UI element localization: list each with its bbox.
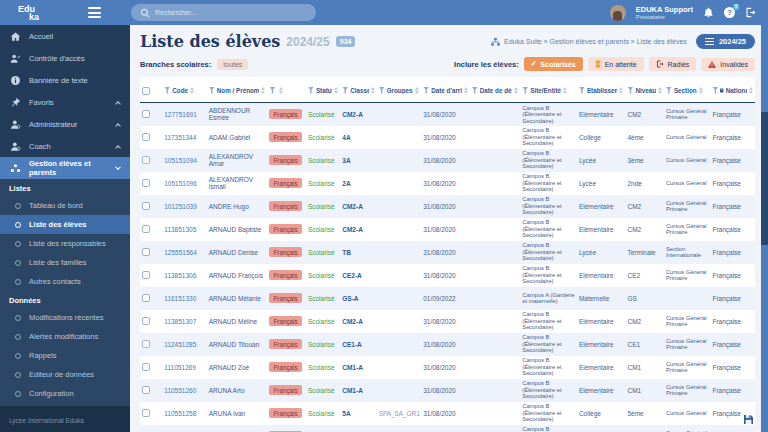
row-checkbox[interactable]	[142, 386, 150, 394]
select-all-checkbox[interactable]	[142, 87, 150, 95]
row-checkbox[interactable]	[142, 110, 150, 118]
table-row[interactable]: 105151094ALEXANDROV AmarFrançaisScolaris…	[140, 149, 755, 172]
column-header-12[interactable]: Nationalité 1	[710, 77, 755, 103]
sidebar-subitem[interactable]: Configuration	[0, 384, 130, 403]
filter-radies[interactable]: Radiés	[649, 57, 697, 71]
filter-scolarises[interactable]: ✓ Scolarisés	[524, 57, 583, 71]
row-checkbox[interactable]	[142, 340, 150, 348]
table-row[interactable]: 113851306ARNAUD FrançoisFrançaisScolaris…	[140, 264, 755, 287]
sidebar-item-banniere[interactable]: Bannière de texte	[0, 69, 130, 91]
sort-icon[interactable]	[279, 87, 283, 94]
search-input[interactable]	[155, 9, 307, 16]
row-checkbox[interactable]	[142, 202, 150, 210]
sidebar-subitem[interactable]: Tableau de bord	[0, 196, 130, 215]
avatar[interactable]	[610, 5, 626, 21]
breadcrumb[interactable]: Eduka Suite » Gestion élèves et parents …	[491, 38, 687, 46]
column-header-7[interactable]: Date de départ	[470, 77, 521, 103]
row-checkbox[interactable]	[142, 179, 150, 187]
column-header-3[interactable]: Statut	[306, 77, 340, 103]
filter-en-attente[interactable]: En attente	[588, 57, 644, 71]
filter-funnel-icon[interactable]	[423, 87, 429, 94]
row-checkbox[interactable]	[142, 294, 150, 302]
sort-icon[interactable]	[261, 87, 265, 94]
sort-icon[interactable]	[699, 87, 703, 94]
sidebar-subitem[interactable]: Alertes modifications	[0, 327, 130, 346]
row-checkbox[interactable]	[142, 248, 150, 256]
column-header-0[interactable]: Code	[162, 77, 207, 103]
sort-icon[interactable]	[658, 87, 662, 94]
sidebar-item-controle-acces[interactable]: Contrôle d'accès	[0, 47, 130, 69]
row-checkbox[interactable]	[142, 271, 150, 279]
table-row[interactable]: 101251039ANDRE HugoFrançaisScolariséCM2-…	[140, 195, 755, 218]
filter-funnel-icon[interactable]	[666, 87, 672, 94]
row-checkbox[interactable]	[142, 317, 150, 325]
filter-funnel-icon[interactable]	[269, 87, 275, 94]
sidebar-item-coach[interactable]: Coach	[0, 135, 130, 157]
table-row[interactable]: 117351344ADAM GabrielFrançaisScolarisé4A…	[140, 126, 755, 149]
sidebar-item-administrateur[interactable]: Administrateur	[0, 113, 130, 135]
sort-icon[interactable]	[563, 87, 567, 94]
sidebar-item-accueil[interactable]: Accueil	[0, 25, 130, 47]
sidebar-subitem[interactable]: Liste des responsables	[0, 234, 130, 253]
sort-icon[interactable]	[190, 87, 194, 94]
sort-icon[interactable]	[415, 87, 419, 94]
sidebar-subitem[interactable]: Autres contacts	[0, 272, 130, 291]
filter-funnel-icon[interactable]	[164, 87, 170, 94]
column-header-4[interactable]: Classe	[340, 77, 376, 103]
table-row[interactable]: 110551259ARUNA MonicaFrançaisScolariséCM…	[140, 425, 755, 432]
notifications-button[interactable]	[703, 4, 714, 22]
sidebar-item-favoris[interactable]: Favoris	[0, 91, 130, 113]
filter-funnel-icon[interactable]	[472, 87, 478, 94]
branches-chip[interactable]: toutes	[217, 59, 248, 70]
table-row[interactable]: 112451285ARNAUD TitouanFrançaisScolarisé…	[140, 333, 755, 356]
column-header-5[interactable]: Groupes	[377, 77, 422, 103]
vertical-scrollbar[interactable]	[761, 25, 768, 432]
sort-icon[interactable]	[371, 87, 375, 94]
row-checkbox[interactable]	[142, 225, 150, 233]
column-header-8[interactable]: Site/Entité	[520, 77, 577, 103]
eduka-logo[interactable]: Edu ka	[0, 5, 72, 21]
row-checkbox[interactable]	[142, 156, 150, 164]
school-year-button[interactable]: 2024/25	[696, 34, 755, 49]
filter-funnel-icon[interactable]	[579, 87, 585, 94]
table-row[interactable]: 113851307ARNAUD MélineFrançaisScolariséC…	[140, 310, 755, 333]
filter-funnel-icon[interactable]	[342, 87, 348, 94]
filter-funnel-icon[interactable]	[308, 87, 314, 94]
table-row[interactable]: 113851305ARNAUD BaptisteFrançaisScolaris…	[140, 218, 755, 241]
sidebar-subitem[interactable]: Modifications récentes	[0, 308, 130, 327]
save-layout-button[interactable]	[744, 410, 753, 428]
table-row[interactable]: 125551564ARNAUD DeniseFrançaisScolariséT…	[140, 241, 755, 264]
table-row[interactable]: 110551258ARUNA IvanFrançaisScolarisé5ASP…	[140, 402, 755, 425]
sidebar-item-gestion-eleves-parents[interactable]: Gestion élèves et parents	[0, 157, 130, 179]
filter-funnel-icon[interactable]	[712, 87, 718, 94]
sort-icon[interactable]	[334, 87, 338, 94]
sidebar-subitem[interactable]: Liste des familles	[0, 253, 130, 272]
column-header-6[interactable]: Date d'arrivée	[421, 77, 470, 103]
column-header-2[interactable]	[267, 77, 305, 103]
column-header-11[interactable]: Section	[664, 77, 711, 103]
sort-icon[interactable]	[749, 87, 753, 94]
row-checkbox[interactable]	[142, 363, 150, 371]
sidebar-subitem[interactable]: Liste des élèves	[0, 215, 130, 234]
scrollbar-thumb[interactable]	[761, 112, 768, 245]
table-row[interactable]: 110551260ARUNA ArtoFrançaisScolariséCM1-…	[140, 379, 755, 402]
filter-invalides[interactable]: Invalides	[701, 58, 755, 71]
table-row[interactable]: 116151330ARNAUD MélanieFrançaisScolarisé…	[140, 287, 755, 310]
filter-funnel-icon[interactable]	[522, 87, 528, 94]
menu-toggle-icon[interactable]	[88, 7, 101, 18]
sidebar-subitem[interactable]: Rappels	[0, 346, 130, 365]
search-bar[interactable]	[131, 4, 316, 21]
column-header-1[interactable]: Nom / Prénom	[207, 77, 268, 103]
column-header-10[interactable]: Niveau	[625, 77, 663, 103]
sort-icon[interactable]	[619, 87, 623, 94]
table-row[interactable]: 127751691ABDENNOUR EsméeFrançaisScolaris…	[140, 103, 755, 126]
filter-funnel-icon[interactable]	[209, 87, 215, 94]
filter-funnel-icon[interactable]	[379, 87, 385, 94]
row-checkbox[interactable]	[142, 133, 150, 141]
row-checkbox[interactable]	[142, 409, 150, 417]
filter-funnel-icon[interactable]	[627, 87, 633, 94]
sidebar-subitem[interactable]: Editeur de données	[0, 365, 130, 384]
help-button[interactable]: ? 5	[724, 7, 735, 18]
column-header-9[interactable]: Etablissement	[577, 77, 626, 103]
table-row[interactable]: 111051269ARNAUD ZoéFrançaisScolariséCM1-…	[140, 356, 755, 379]
